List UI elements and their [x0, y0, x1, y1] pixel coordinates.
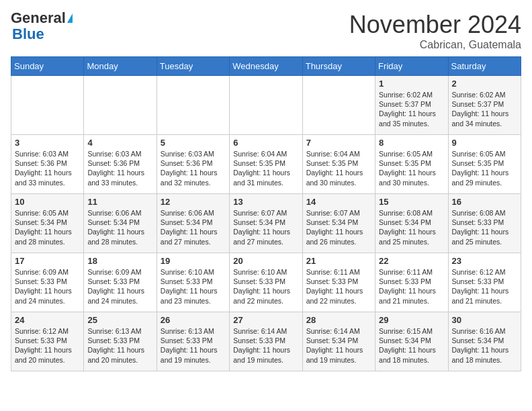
- calendar-cell: 16Sunrise: 6:08 AM Sunset: 5:33 PM Dayli…: [448, 194, 521, 253]
- day-number: 23: [452, 256, 517, 266]
- day-info: Sunrise: 6:08 AM Sunset: 5:33 PM Dayligh…: [452, 208, 517, 246]
- day-number: 10: [15, 197, 80, 207]
- calendar-cell: 7Sunrise: 6:04 AM Sunset: 5:35 PM Daylig…: [302, 135, 375, 194]
- calendar-cell: 5Sunrise: 6:03 AM Sunset: 5:36 PM Daylig…: [157, 135, 229, 194]
- day-info: Sunrise: 6:02 AM Sunset: 5:37 PM Dayligh…: [379, 90, 444, 128]
- weekday-header-sunday: Sunday: [11, 57, 84, 76]
- day-info: Sunrise: 6:03 AM Sunset: 5:36 PM Dayligh…: [161, 149, 226, 187]
- day-number: 7: [306, 138, 371, 148]
- weekday-header-tuesday: Tuesday: [157, 57, 229, 76]
- day-number: 5: [161, 138, 226, 148]
- day-number: 24: [15, 315, 80, 325]
- day-info: Sunrise: 6:13 AM Sunset: 5:33 PM Dayligh…: [87, 326, 152, 365]
- calendar-cell: 27Sunrise: 6:14 AM Sunset: 5:33 PM Dayli…: [230, 312, 302, 371]
- calendar-cell: 29Sunrise: 6:15 AM Sunset: 5:34 PM Dayli…: [375, 312, 448, 371]
- weekday-header-row: SundayMondayTuesdayWednesdayThursdayFrid…: [11, 57, 521, 76]
- logo-arrow-icon: [67, 13, 73, 23]
- calendar-week-1: 1Sunrise: 6:02 AM Sunset: 5:37 PM Daylig…: [11, 76, 521, 135]
- day-number: 12: [161, 197, 226, 207]
- month-title: November 2024: [349, 11, 521, 39]
- day-number: 21: [306, 256, 371, 266]
- day-info: Sunrise: 6:16 AM Sunset: 5:34 PM Dayligh…: [452, 326, 517, 365]
- day-info: Sunrise: 6:06 AM Sunset: 5:34 PM Dayligh…: [161, 208, 226, 246]
- calendar-cell: 2Sunrise: 6:02 AM Sunset: 5:37 PM Daylig…: [448, 76, 521, 135]
- day-info: Sunrise: 6:12 AM Sunset: 5:33 PM Dayligh…: [452, 267, 517, 306]
- day-number: 18: [87, 256, 152, 266]
- day-number: 19: [161, 256, 226, 266]
- day-info: Sunrise: 6:11 AM Sunset: 5:33 PM Dayligh…: [379, 267, 444, 306]
- day-number: 28: [306, 315, 371, 325]
- calendar-week-3: 10Sunrise: 6:05 AM Sunset: 5:34 PM Dayli…: [11, 194, 521, 253]
- calendar-cell: 14Sunrise: 6:07 AM Sunset: 5:34 PM Dayli…: [302, 194, 375, 253]
- calendar-cell: 17Sunrise: 6:09 AM Sunset: 5:33 PM Dayli…: [11, 253, 84, 312]
- calendar-cell: 24Sunrise: 6:12 AM Sunset: 5:33 PM Dayli…: [11, 312, 84, 371]
- day-number: 6: [233, 138, 298, 148]
- calendar-cell: 23Sunrise: 6:12 AM Sunset: 5:33 PM Dayli…: [448, 253, 521, 312]
- calendar-cell: 3Sunrise: 6:03 AM Sunset: 5:36 PM Daylig…: [11, 135, 84, 194]
- calendar-cell: 6Sunrise: 6:04 AM Sunset: 5:35 PM Daylig…: [230, 135, 302, 194]
- calendar-cell: 10Sunrise: 6:05 AM Sunset: 5:34 PM Dayli…: [11, 194, 84, 253]
- calendar-cell: 12Sunrise: 6:06 AM Sunset: 5:34 PM Dayli…: [157, 194, 229, 253]
- day-number: 25: [87, 315, 152, 325]
- day-number: 15: [379, 197, 444, 207]
- day-info: Sunrise: 6:13 AM Sunset: 5:33 PM Dayligh…: [161, 326, 226, 365]
- day-info: Sunrise: 6:15 AM Sunset: 5:34 PM Dayligh…: [379, 326, 444, 365]
- page-header: General Blue November 2024 Cabrican, Gua…: [11, 11, 521, 51]
- calendar-cell: [157, 76, 229, 135]
- calendar-cell: 22Sunrise: 6:11 AM Sunset: 5:33 PM Dayli…: [375, 253, 448, 312]
- day-info: Sunrise: 6:04 AM Sunset: 5:35 PM Dayligh…: [233, 149, 298, 187]
- calendar-cell: 20Sunrise: 6:10 AM Sunset: 5:33 PM Dayli…: [230, 253, 302, 312]
- calendar-cell: 28Sunrise: 6:14 AM Sunset: 5:34 PM Dayli…: [302, 312, 375, 371]
- day-info: Sunrise: 6:02 AM Sunset: 5:37 PM Dayligh…: [452, 90, 517, 128]
- calendar-cell: [11, 76, 84, 135]
- day-number: 14: [306, 197, 371, 207]
- calendar-cell: 30Sunrise: 6:16 AM Sunset: 5:34 PM Dayli…: [448, 312, 521, 371]
- calendar-table: SundayMondayTuesdayWednesdayThursdayFrid…: [11, 56, 521, 371]
- day-info: Sunrise: 6:05 AM Sunset: 5:35 PM Dayligh…: [379, 149, 444, 187]
- logo-blue-text: Blue: [12, 26, 44, 42]
- day-info: Sunrise: 6:05 AM Sunset: 5:34 PM Dayligh…: [15, 208, 80, 246]
- day-info: Sunrise: 6:04 AM Sunset: 5:35 PM Dayligh…: [306, 149, 371, 187]
- day-info: Sunrise: 6:09 AM Sunset: 5:33 PM Dayligh…: [15, 267, 80, 306]
- day-number: 13: [233, 197, 298, 207]
- calendar-cell: 15Sunrise: 6:08 AM Sunset: 5:34 PM Dayli…: [375, 194, 448, 253]
- day-number: 3: [15, 138, 80, 148]
- calendar-cell: 4Sunrise: 6:03 AM Sunset: 5:36 PM Daylig…: [84, 135, 157, 194]
- calendar-cell: 25Sunrise: 6:13 AM Sunset: 5:33 PM Dayli…: [84, 312, 157, 371]
- calendar-week-5: 24Sunrise: 6:12 AM Sunset: 5:33 PM Dayli…: [11, 312, 521, 371]
- day-number: 17: [15, 256, 80, 266]
- calendar-cell: [230, 76, 302, 135]
- location-subtitle: Cabrican, Guatemala: [349, 39, 521, 51]
- day-number: 4: [87, 138, 152, 148]
- calendar-cell: 26Sunrise: 6:13 AM Sunset: 5:33 PM Dayli…: [157, 312, 229, 371]
- day-info: Sunrise: 6:09 AM Sunset: 5:33 PM Dayligh…: [87, 267, 152, 306]
- calendar-cell: 11Sunrise: 6:06 AM Sunset: 5:34 PM Dayli…: [84, 194, 157, 253]
- calendar-cell: 8Sunrise: 6:05 AM Sunset: 5:35 PM Daylig…: [375, 135, 448, 194]
- day-info: Sunrise: 6:14 AM Sunset: 5:34 PM Dayligh…: [306, 326, 371, 365]
- day-info: Sunrise: 6:07 AM Sunset: 5:34 PM Dayligh…: [306, 208, 371, 246]
- day-info: Sunrise: 6:11 AM Sunset: 5:33 PM Dayligh…: [306, 267, 371, 306]
- day-info: Sunrise: 6:10 AM Sunset: 5:33 PM Dayligh…: [161, 267, 226, 306]
- day-info: Sunrise: 6:05 AM Sunset: 5:35 PM Dayligh…: [452, 149, 517, 187]
- calendar-cell: 1Sunrise: 6:02 AM Sunset: 5:37 PM Daylig…: [375, 76, 448, 135]
- calendar-week-2: 3Sunrise: 6:03 AM Sunset: 5:36 PM Daylig…: [11, 135, 521, 194]
- logo: General Blue: [11, 11, 73, 43]
- day-info: Sunrise: 6:10 AM Sunset: 5:33 PM Dayligh…: [233, 267, 298, 306]
- day-number: 1: [379, 79, 444, 89]
- day-number: 8: [379, 138, 444, 148]
- day-number: 20: [233, 256, 298, 266]
- calendar-header: SundayMondayTuesdayWednesdayThursdayFrid…: [11, 57, 521, 76]
- day-number: 16: [452, 197, 517, 207]
- day-info: Sunrise: 6:14 AM Sunset: 5:33 PM Dayligh…: [233, 326, 298, 365]
- day-info: Sunrise: 6:12 AM Sunset: 5:33 PM Dayligh…: [15, 326, 80, 365]
- calendar-cell: 9Sunrise: 6:05 AM Sunset: 5:35 PM Daylig…: [448, 135, 521, 194]
- day-number: 26: [161, 315, 226, 325]
- weekday-header-monday: Monday: [84, 57, 157, 76]
- weekday-header-thursday: Thursday: [302, 57, 375, 76]
- day-info: Sunrise: 6:06 AM Sunset: 5:34 PM Dayligh…: [87, 208, 152, 246]
- day-number: 30: [452, 315, 517, 325]
- day-info: Sunrise: 6:08 AM Sunset: 5:34 PM Dayligh…: [379, 208, 444, 246]
- day-number: 2: [452, 79, 517, 89]
- day-number: 22: [379, 256, 444, 266]
- calendar-cell: 21Sunrise: 6:11 AM Sunset: 5:33 PM Dayli…: [302, 253, 375, 312]
